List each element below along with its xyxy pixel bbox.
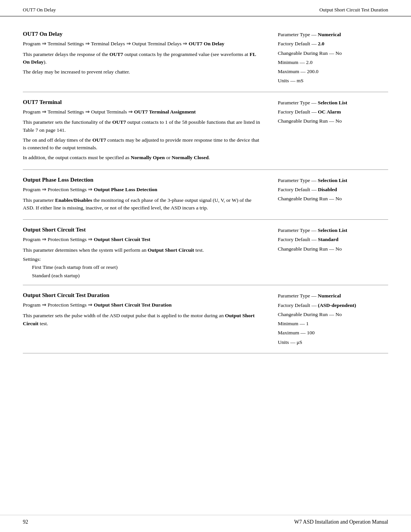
param-desc-out7-terminal-2: In addition, the output contacts must be… (23, 154, 263, 161)
header-left: OUT7 On Delay (23, 7, 56, 13)
param-left-output-short-circuit-test-duration: Output Short Circuit Test DurationProgra… (23, 292, 274, 348)
factory-default-row-output-short-circuit-test-duration: Factory Default — (ASD-dependent) (278, 302, 388, 309)
param-left-out7-on-delay: OUT7 On DelayProgram ⇒ Terminal Settings… (23, 31, 274, 86)
maximum-row-output-short-circuit-test-duration: Maximum — 100 (278, 329, 388, 337)
param-type-row-out7-on-delay: Parameter Type — Numerical (278, 31, 388, 38)
minimum-row-output-short-circuit-test-duration: Minimum — 1 (278, 320, 388, 328)
param-section-out7-on-delay: OUT7 On DelayProgram ⇒ Terminal Settings… (23, 24, 388, 92)
param-path-output-short-circuit-test-duration: Program ⇒ Protection Settings ⇒ Output S… (23, 302, 263, 309)
param-right-output-short-circuit-test: Parameter Type — Selection ListFactory D… (274, 227, 388, 280)
param-section-output-phase-loss-detection: Output Phase Loss DetectionProgram ⇒ Pro… (23, 170, 388, 220)
param-desc-output-short-circuit-test-0: This parameter determines when the syste… (23, 246, 263, 254)
param-title-output-short-circuit-test-duration: Output Short Circuit Test Duration (23, 292, 263, 299)
param-path-output-short-circuit-test: Program ⇒ Protection Settings ⇒ Output S… (23, 236, 263, 243)
changeable-during-run-row-output-phase-loss-detection: Changeable During Run — No (278, 195, 388, 203)
param-section-output-short-circuit-test-duration: Output Short Circuit Test DurationProgra… (23, 285, 388, 353)
page: OUT7 On Delay Output Short Circuit Test … (0, 0, 411, 532)
param-title-out7-on-delay: OUT7 On Delay (23, 31, 263, 37)
param-section-out7-terminal: OUT7 TerminalProgram ⇒ Terminal Settings… (23, 92, 388, 170)
changeable-during-run-row-output-short-circuit-test-duration: Changeable During Run — No (278, 311, 388, 318)
factory-default-row-out7-terminal: Factory Default — OC Alarm (278, 108, 388, 116)
header-right: Output Short Circuit Test Duration (319, 7, 388, 13)
param-right-output-phase-loss-detection: Parameter Type — Selection ListFactory D… (274, 177, 388, 214)
param-desc-out7-terminal-0: This parameter sets the functionality of… (23, 118, 263, 134)
param-right-out7-on-delay: Parameter Type — NumericalFactory Defaul… (274, 31, 388, 86)
footer-page-number: 92 (23, 519, 28, 525)
changeable-during-run-row-out7-on-delay: Changeable During Run — No (278, 50, 388, 57)
param-type-row-output-short-circuit-test: Parameter Type — Selection List (278, 227, 388, 234)
param-type-row-out7-terminal: Parameter Type — Selection List (278, 99, 388, 107)
param-title-output-phase-loss-detection: Output Phase Loss Detection (23, 177, 263, 183)
page-footer: 92 W7 ASD Installation and Operation Man… (0, 515, 411, 532)
changeable-during-run-row-output-short-circuit-test: Changeable During Run — No (278, 245, 388, 253)
param-title-out7-terminal: OUT7 Terminal (23, 99, 263, 105)
factory-default-row-output-phase-loss-detection: Factory Default — Disabled (278, 186, 388, 193)
units-row-out7-on-delay: Units — mS (278, 77, 388, 85)
page-header: OUT7 On Delay Output Short Circuit Test … (0, 0, 411, 16)
param-setting-item-output-short-circuit-test-0: First Time (each startup from off or res… (32, 263, 263, 272)
param-left-out7-terminal: OUT7 TerminalProgram ⇒ Terminal Settings… (23, 99, 274, 164)
param-settings-label-output-short-circuit-test: Settings: (23, 256, 263, 262)
param-path-out7-on-delay: Program ⇒ Terminal Settings ⇒ Terminal D… (23, 40, 263, 48)
param-type-row-output-short-circuit-test-duration: Parameter Type — Numerical (278, 292, 388, 300)
minimum-row-out7-on-delay: Minimum — 2.0 (278, 59, 388, 66)
param-section-output-short-circuit-test: Output Short Circuit TestProgram ⇒ Prote… (23, 220, 388, 285)
param-path-output-phase-loss-detection: Program ⇒ Protection Settings ⇒ Output P… (23, 186, 263, 193)
param-desc-out7-on-delay-1: The delay may be increased to prevent re… (23, 68, 263, 76)
footer-manual-name: W7 ASD Installation and Operation Manual (294, 519, 388, 525)
factory-default-row-out7-on-delay: Factory Default — 2.0 (278, 40, 388, 48)
param-path-out7-terminal: Program ⇒ Terminal Settings ⇒ Output Ter… (23, 109, 263, 116)
param-type-row-output-phase-loss-detection: Parameter Type — Selection List (278, 177, 388, 184)
factory-default-row-output-short-circuit-test: Factory Default — Standard (278, 236, 388, 243)
param-setting-item-output-short-circuit-test-1: Standard (each startup) (32, 272, 263, 280)
param-right-out7-terminal: Parameter Type — Selection ListFactory D… (274, 99, 388, 164)
param-title-output-short-circuit-test: Output Short Circuit Test (23, 227, 263, 233)
maximum-row-out7-on-delay: Maximum — 200.0 (278, 68, 388, 75)
param-left-output-short-circuit-test: Output Short Circuit TestProgram ⇒ Prote… (23, 227, 274, 280)
param-desc-output-phase-loss-detection-0: This parameter Enables/Disables the moni… (23, 197, 263, 212)
param-desc-out7-terminal-1: The on and off delay times of the OUT7 c… (23, 136, 263, 152)
content-area: OUT7 On DelayProgram ⇒ Terminal Settings… (0, 16, 411, 369)
param-right-output-short-circuit-test-duration: Parameter Type — NumericalFactory Defaul… (274, 292, 388, 348)
param-settings-list-output-short-circuit-test: First Time (each startup from off or res… (32, 263, 263, 280)
param-left-output-phase-loss-detection: Output Phase Loss DetectionProgram ⇒ Pro… (23, 177, 274, 214)
param-desc-output-short-circuit-test-duration-0: This parameter sets the pulse width of t… (23, 312, 263, 328)
changeable-during-run-row-out7-terminal: Changeable During Run — No (278, 117, 388, 125)
param-desc-out7-on-delay-0: This parameter delays the response of th… (23, 51, 263, 66)
units-row-output-short-circuit-test-duration: Units — μS (278, 339, 388, 346)
